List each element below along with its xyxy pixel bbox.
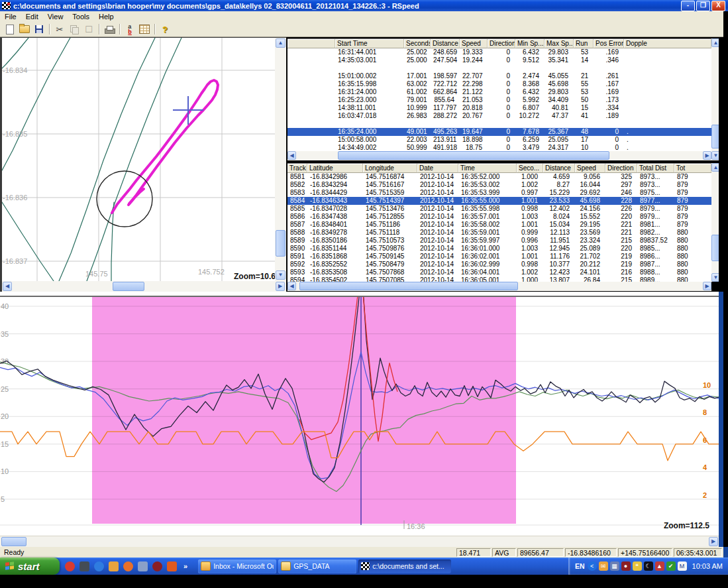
language-bar-icon[interactable]: < xyxy=(588,561,597,571)
column-header[interactable]: Speed xyxy=(460,39,488,48)
display-icon[interactable]: ▦ xyxy=(610,561,619,571)
menu-edit[interactable]: Edit xyxy=(21,12,43,21)
column-header[interactable]: Distance xyxy=(543,164,575,173)
chart-horizontal-scrollbar[interactable]: ▶ xyxy=(0,536,719,548)
copy-icon[interactable] xyxy=(68,23,81,35)
table-row[interactable] xyxy=(287,120,711,128)
table-row[interactable]: 16:03:47.01826.983288.27220.767010.27247… xyxy=(287,112,711,120)
download-icon[interactable] xyxy=(167,561,177,571)
column-header[interactable]: Start Time xyxy=(335,39,404,48)
start-button[interactable]: start xyxy=(0,558,60,575)
column-header[interactable]: Time xyxy=(458,164,517,173)
help-icon[interactable]: ? xyxy=(158,23,172,35)
table-row[interactable]: 15:01:00.00217.001198.59722.70702.47445.… xyxy=(287,72,711,80)
table-row[interactable]: 8591-16.8351868145.75091452012-10-1416:3… xyxy=(287,253,711,261)
column-header[interactable]: Longitude xyxy=(363,164,417,173)
table-row[interactable]: 8588-16.8349278145.7511182012-10-1416:35… xyxy=(287,229,711,237)
media-icon[interactable] xyxy=(152,561,162,571)
table-row[interactable] xyxy=(287,64,711,72)
column-header[interactable]: Seconds xyxy=(404,39,431,48)
messenger-icon[interactable]: ❝ xyxy=(633,561,642,571)
label-ab-icon[interactable]: ab xyxy=(123,23,136,35)
runs-table[interactable]: Start TimeSecondsDistanceSpeedDirectionM… xyxy=(287,38,711,152)
menu-file[interactable]: File xyxy=(0,12,21,21)
outlook-icon[interactable] xyxy=(109,561,119,571)
table-row[interactable]: 8587-16.8348401145.7511862012-10-1416:35… xyxy=(287,221,711,229)
table-row[interactable]: 16:31:44.00125.002248.65919.33306.43229.… xyxy=(287,48,711,56)
table-row[interactable]: 16:25:23.00079.001855.6421.05305.99234.4… xyxy=(287,96,711,104)
column-header[interactable]: Min Sp... xyxy=(515,39,545,48)
taskbar-window-button[interactable]: GPS_DATA xyxy=(278,559,356,573)
column-header[interactable]: Track xyxy=(287,164,307,173)
table-row[interactable]: 8582-16.8343294145.75161672012-10-1416:3… xyxy=(287,181,711,189)
speed-chart-canvas[interactable]: 40353025201510510864216:36 xyxy=(0,292,719,536)
column-header[interactable]: Dopple xyxy=(624,39,711,48)
table-row[interactable]: 16:35:24.00049.001495.26319.64707.67825.… xyxy=(287,128,711,136)
column-header[interactable]: Speed xyxy=(575,164,605,173)
mobile-icon[interactable] xyxy=(79,561,89,571)
dialer-icon[interactable] xyxy=(138,561,148,571)
column-header[interactable]: Total Dist xyxy=(637,164,674,173)
table-row[interactable]: 8581-16.8342986145.75168742012-10-1416:3… xyxy=(287,173,711,181)
table-row[interactable]: 8593-16.8353508145.75078682012-10-1416:3… xyxy=(287,268,711,276)
chrome-icon[interactable] xyxy=(65,561,75,571)
map-horizontal-scrollbar[interactable]: ◀ ▶ xyxy=(2,281,286,292)
table-row[interactable]: 14:38:11.00110.999117.79720.81806.80740.… xyxy=(287,104,711,112)
table-row[interactable]: 8592-16.8352552145.75084792012-10-1416:3… xyxy=(287,261,711,268)
agent-icon[interactable]: ● xyxy=(621,561,631,571)
quick-launch-overflow-chevron[interactable]: » xyxy=(182,562,189,570)
column-header[interactable]: Seco... xyxy=(517,164,543,173)
save-icon[interactable] xyxy=(32,23,46,35)
open-folder-icon[interactable] xyxy=(18,23,31,35)
column-header[interactable]: Latitude xyxy=(307,164,363,173)
taskbar-window-button[interactable]: Inbox - Microsoft Out... xyxy=(198,559,276,573)
column-header[interactable]: Distance xyxy=(431,39,460,48)
column-header[interactable]: Pos Error xyxy=(594,39,624,48)
menu-view[interactable]: View xyxy=(43,12,68,21)
internet-explorer-icon[interactable] xyxy=(94,561,104,571)
menu-help[interactable]: Help xyxy=(94,12,119,21)
map-canvas[interactable]: -16.834-16.835-16.836-16.837145.75145.75… xyxy=(2,38,276,281)
column-header[interactable] xyxy=(287,39,335,48)
language-indicator[interactable]: EN xyxy=(575,562,585,570)
minimize-button[interactable]: - xyxy=(681,1,695,11)
mcafee-icon[interactable]: M xyxy=(678,561,687,571)
map-hscroll-thumb[interactable] xyxy=(113,282,144,291)
table-row[interactable]: 16:31:24.00061.002662.86421.12206.43229.… xyxy=(287,88,711,96)
chart-hscroll-thumb[interactable] xyxy=(1,537,26,546)
close-button[interactable]: X xyxy=(711,1,725,11)
restore-button[interactable]: ❐ xyxy=(696,1,710,11)
points-horizontal-scrollbar[interactable]: ◀ ▶ xyxy=(287,282,711,291)
table-row[interactable]: 14:35:03.00125.000247.50419.24409.51235.… xyxy=(287,56,711,64)
speed-chart-panel[interactable]: 40353025201510510864216:36 Zoom=112.5 xyxy=(0,292,719,536)
column-header[interactable]: Tot xyxy=(674,164,711,173)
map-panel[interactable]: -16.834-16.835-16.836-16.837145.75145.75… xyxy=(0,37,286,292)
outlook-reminder-icon[interactable]: ✉ xyxy=(599,561,608,571)
map-vertical-scrollbar[interactable]: ▲ ▼ xyxy=(275,38,286,281)
moon-icon[interactable]: ☾ xyxy=(644,561,653,571)
new-document-icon[interactable] xyxy=(3,23,17,35)
firefox-icon[interactable] xyxy=(123,561,133,571)
paste-icon[interactable]: ☐ xyxy=(82,23,95,35)
runs-horizontal-scrollbar[interactable]: ◀ ▶ xyxy=(287,151,711,160)
table-row[interactable]: 15:00:58.00022.003213.91118.89806.25925.… xyxy=(287,136,711,144)
print-icon[interactable] xyxy=(103,23,116,35)
menu-tools[interactable]: Tools xyxy=(68,12,94,21)
antivirus-icon[interactable]: ✔ xyxy=(666,561,676,571)
column-header[interactable]: Date xyxy=(417,164,458,173)
table-row[interactable]: 16:35:15.99863.002722.71222.29808.36845.… xyxy=(287,80,711,88)
column-header[interactable]: Direction xyxy=(488,39,515,48)
column-header[interactable]: Direction xyxy=(605,164,637,173)
taskbar-window-button[interactable]: c:\documents and set... xyxy=(358,559,451,573)
map-vscroll-thumb[interactable] xyxy=(276,230,286,257)
runs-hscroll-thumb[interactable] xyxy=(338,151,609,160)
table-row[interactable]: 8590-16.8351144145.75098762012-10-1416:3… xyxy=(287,245,711,253)
table-row[interactable]: 8585-16.8347028145.75134762012-10-1416:3… xyxy=(287,205,711,213)
table-row[interactable]: 8584-16.8346343145.75143972012-10-1416:3… xyxy=(287,197,711,205)
table-grid-icon[interactable] xyxy=(138,23,151,35)
taskbar-clock[interactable]: 10:03 AM xyxy=(692,562,723,570)
column-header[interactable]: Max Sp... xyxy=(545,39,574,48)
title-bar[interactable]: c:\documents and settings\brian hooper\m… xyxy=(0,0,728,11)
volume-icon[interactable]: ▲ xyxy=(655,561,664,571)
table-row[interactable]: 8586-16.8347438145.75128552012-10-1416:3… xyxy=(287,213,711,221)
